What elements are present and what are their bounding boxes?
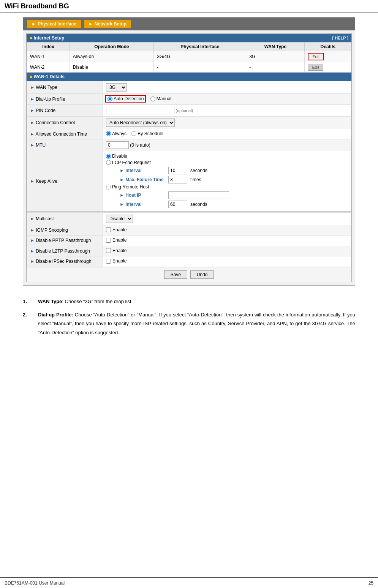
lcp-option-group: LCP Echo Request ► Interval seconds [106, 160, 348, 185]
page-title: WiFi Broadband BG [0, 0, 378, 13]
igmp-snooping-checkbox[interactable] [106, 227, 111, 232]
wan-type-select[interactable]: 3G 4G Auto [106, 83, 127, 92]
wan2-edit-button[interactable]: Edit [308, 64, 323, 71]
igmp-snooping-option[interactable]: Enable [106, 227, 127, 232]
lcp-max-failure-input[interactable] [168, 176, 187, 183]
wan-type-label: ► WAN Type [27, 81, 103, 94]
lcp-option[interactable]: LCP Echo Request [106, 160, 151, 165]
l2tp-option[interactable]: Enable [106, 248, 127, 253]
mtu-hint: (0 is auto) [130, 142, 150, 148]
col-details: Deatils [305, 43, 351, 51]
ipsec-option[interactable]: Enable [106, 258, 127, 264]
lcp-max-failure-label: ► Max. Failure Time [120, 177, 165, 182]
col-physical-interface: Physical Interface [154, 43, 246, 51]
lcp-sub-fields: ► Interval seconds ► Max. Failure Time t… [112, 166, 348, 184]
mtu-input[interactable] [106, 141, 129, 149]
l2tp-row: ► Disable L2TP Passthrough Enable [27, 246, 351, 256]
pptp-checkbox[interactable] [106, 238, 111, 243]
mtu-label: ► MTU [27, 139, 103, 151]
always-radio[interactable] [106, 131, 111, 136]
l2tp-checkbox[interactable] [106, 248, 111, 253]
bottom-section: ► Multicast Disable Enable [27, 212, 351, 282]
network-setup-btn[interactable]: ► Network Setup [84, 20, 131, 28]
action-row: Save Undo [27, 267, 351, 282]
wan1-wan-type: 3G [246, 51, 305, 62]
ping-option-group: Ping Remote Host ► Host IP ► Interval [106, 184, 348, 209]
ping-interval-label: ► Interval [120, 202, 165, 207]
pin-optional-text: (optional) [176, 108, 193, 113]
pin-code-row: ► PIN Code (optional) [27, 104, 351, 116]
lcp-interval-row: ► Interval seconds [120, 166, 348, 175]
instruction-content-1: WAN Type: Choose “3G” from the drop list [38, 297, 355, 306]
internet-setup-title: ■ Internet Setup [30, 35, 64, 41]
lcp-interval-input[interactable] [168, 167, 187, 174]
manual-radio[interactable] [150, 96, 155, 101]
manual-option[interactable]: Manual [150, 96, 171, 101]
connection-control-label: ► Connection Control [27, 116, 103, 129]
allowed-connection-time-value-cell: Always By Schedule [103, 129, 351, 139]
pptp-option[interactable]: Enable [106, 237, 127, 243]
col-wan-type: WAN Type [246, 43, 305, 51]
by-schedule-option[interactable]: By Schedule [131, 131, 163, 136]
internet-setup-header: ■ Internet Setup [ HELP ] [27, 34, 351, 42]
ping-host-ip-input[interactable] [168, 191, 229, 199]
l2tp-value-cell: Enable [103, 246, 351, 256]
always-option[interactable]: Always [106, 131, 127, 136]
instruction-content-2: Dial-up Profile: Choose “Auto-Detection”… [38, 310, 355, 337]
ping-host-ip-row: ► Host IP [120, 191, 348, 200]
pin-code-input[interactable] [106, 107, 174, 114]
col-index: Index [27, 43, 70, 51]
mtu-row: ► MTU (0 is auto) [27, 139, 351, 151]
auto-detection-option[interactable]: Auto-Detection [106, 96, 145, 102]
save-button[interactable]: Save [164, 270, 187, 279]
dial-up-profile-row: ► Dial-Up Profile Auto-Detection Manual [27, 94, 351, 105]
table-row: WAN-2 Disable - - Edit [27, 62, 351, 73]
instruction-item-1: 1. WAN Type: Choose “3G” from the drop l… [23, 297, 355, 306]
keep-alive-value-cell: Disable LCP Echo Request [103, 151, 351, 212]
connection-control-select[interactable]: Auto Reconnect (always-on) Connect-on-De… [106, 119, 175, 127]
table-row: WAN-1 Always-on 3G/4G 3G Edit [27, 51, 351, 62]
lcp-max-failure-unit: times [190, 177, 201, 182]
ping-radio[interactable] [106, 185, 111, 190]
pin-code-value-cell: (optional) [103, 104, 351, 116]
wan-details-header: ■ WAN-1 Details [27, 73, 351, 81]
ping-option[interactable]: Ping Remote Host [106, 184, 149, 190]
ping-sub-fields: ► Host IP ► Interval seconds [112, 191, 348, 209]
wan-type-value-cell: 3G 4G Auto [103, 81, 351, 94]
physical-interface-btn[interactable]: ► Physical Interface [27, 20, 81, 28]
wan1-index: WAN-1 [27, 51, 70, 62]
keep-alive-disable-option: Disable [106, 153, 348, 160]
lcp-radio[interactable] [106, 160, 111, 165]
page-footer: BDE761AM-001 User Manual 25 [0, 577, 378, 588]
allowed-connection-time-row: ► Allowed Connection Time Always By Sche… [27, 129, 351, 139]
disable-keep-alive-option[interactable]: Disable [106, 153, 127, 159]
igmp-snooping-row: ► IGMP Snooping Enable [27, 225, 351, 236]
ipsec-value-cell: Enable [103, 256, 351, 267]
mtu-value-cell: (0 is auto) [103, 139, 351, 151]
multicast-select[interactable]: Disable Enable [106, 215, 133, 223]
arrow-icon: ► [89, 21, 93, 27]
footer-left: BDE761AM-001 User Manual [5, 580, 65, 586]
disable-keep-alive-radio[interactable] [106, 154, 111, 159]
keep-alive-label: ► Keep Alive [27, 151, 103, 212]
by-schedule-radio[interactable] [131, 131, 136, 136]
wan1-edit-button[interactable]: Edit [308, 53, 324, 60]
allowed-connection-time-label: ► Allowed Connection Time [27, 129, 103, 139]
dial-up-value-cell: Auto-Detection Manual [103, 94, 351, 105]
wan-type-row: ► WAN Type 3G 4G Auto [27, 81, 351, 94]
ipsec-checkbox[interactable] [106, 259, 111, 264]
auto-detection-radio[interactable] [108, 96, 112, 101]
ping-interval-input[interactable] [168, 201, 187, 208]
instruction-num-1: 1. [23, 297, 32, 306]
arrow-icon: ► [32, 21, 36, 27]
dial-up-label: ► Dial-Up Profile [27, 94, 103, 105]
ping-host-ip-label: ► Host IP [120, 193, 165, 198]
undo-button[interactable]: Undo [190, 270, 214, 279]
bottom-details-table: ► Multicast Disable Enable [27, 212, 351, 267]
igmp-snooping-label: ► IGMP Snooping [27, 225, 103, 236]
connection-control-value-cell: Auto Reconnect (always-on) Connect-on-De… [103, 116, 351, 129]
col-operation-mode: Operation Mode [70, 43, 153, 51]
ipsec-label: ► Disable IPSec Passthrough [27, 256, 103, 267]
instruction-num-2: 2. [23, 310, 32, 337]
help-link[interactable]: [ HELP ] [332, 36, 348, 40]
